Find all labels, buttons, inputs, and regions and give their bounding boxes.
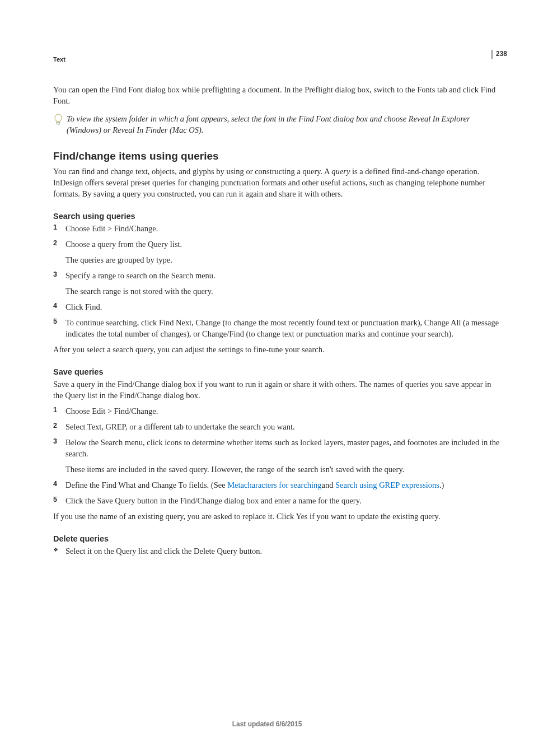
step-subtext: The queries are grouped by type. <box>65 254 500 265</box>
page-number-value: 238 <box>491 50 507 59</box>
link-grep-expressions[interactable]: Search using GREP expressions <box>335 480 439 489</box>
step-text: Choose Edit > Find/Change. <box>65 407 158 416</box>
heading-delete-queries: Delete queries <box>53 534 500 543</box>
search-after: After you select a search query, you can… <box>53 344 500 355</box>
svg-rect-1 <box>57 123 60 124</box>
heading-save-queries: Save queries <box>53 367 500 376</box>
link-metacharacters[interactable]: Metacharacters for searching <box>227 480 321 489</box>
step-text: Below the Search menu, click icons to de… <box>65 438 500 458</box>
step-text: Select Text, GREP, or a different tab to… <box>65 422 295 431</box>
step-item: Choose Edit > Find/Change. <box>53 405 500 417</box>
step-item: Choose Edit > Find/Change. <box>53 223 500 234</box>
step-text: Specify a range to search on the Search … <box>65 271 216 280</box>
step-item: Choose a query from the Query list. The … <box>53 239 500 265</box>
svg-point-0 <box>55 114 62 122</box>
lightbulb-icon <box>53 114 63 128</box>
list-item: Select it on the Query list and click th… <box>53 545 500 557</box>
term-query: query <box>331 167 350 176</box>
search-steps: Choose Edit > Find/Change. Choose a quer… <box>53 223 500 339</box>
save-steps: Choose Edit > Find/Change. Select Text, … <box>53 405 500 506</box>
step-item: Select Text, GREP, or a different tab to… <box>53 421 500 432</box>
step-text: Choose a query from the Query list. <box>65 240 182 249</box>
intro-paragraph: You can open the Find Font dialog box wh… <box>53 84 500 106</box>
step-text: Choose Edit > Find/Change. <box>65 224 158 233</box>
delete-list: Select it on the Query list and click th… <box>53 545 500 557</box>
step-text: Click Find. <box>65 302 102 311</box>
list-text: Select it on the Query list and click th… <box>65 547 262 556</box>
page-number: 238 <box>491 48 507 59</box>
step-item: Specify a range to search on the Search … <box>53 270 500 297</box>
save-after: If you use the name of an existing query… <box>53 511 500 522</box>
tip-block: To view the system folder in which a fon… <box>53 113 500 136</box>
step-text: Click the Save Query button in the Find/… <box>65 496 362 505</box>
step-subtext: These items are included in the saved qu… <box>65 464 500 475</box>
footer-updated: Last updated 6/6/2015 <box>0 720 534 728</box>
save-intro: Save a query in the Find/Change dialog b… <box>53 379 500 401</box>
tip-text: To view the system folder in which a fon… <box>67 113 500 136</box>
step-item: Click the Save Query button in the Find/… <box>53 495 500 506</box>
step-item: Define the Find What and Change To field… <box>53 479 500 491</box>
step-item: To continue searching, click Find Next, … <box>53 317 500 339</box>
step-text: and <box>321 480 335 489</box>
step-text: .) <box>439 480 444 489</box>
heading-search-queries: Search using queries <box>53 212 500 221</box>
heading-find-change: Find/change items using queries <box>53 150 500 162</box>
step-subtext: The search range is not stored with the … <box>65 286 500 297</box>
find-change-intro: You can find and change text, objects, a… <box>53 166 500 199</box>
step-text: To continue searching, click Find Next, … <box>65 318 499 338</box>
section-label: Text <box>53 56 500 63</box>
text-part: You can find and change text, objects, a… <box>53 167 331 176</box>
step-text: Define the Find What and Change To field… <box>65 480 227 489</box>
step-item: Click Find. <box>53 301 500 312</box>
step-item: Below the Search menu, click icons to de… <box>53 437 500 475</box>
